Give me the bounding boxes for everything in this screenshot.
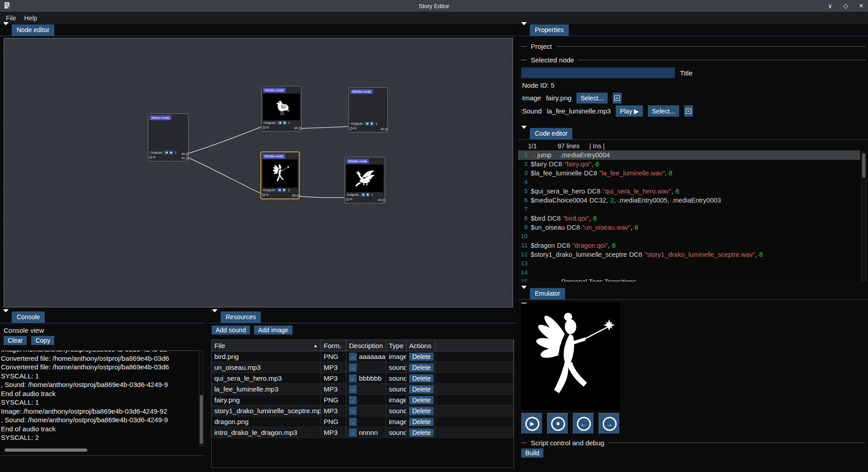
menu-node[interactable]: Menu node Outputs: ◀▶ 2 In #0 #1 [148, 113, 189, 161]
node-canvas[interactable]: Menu node Outputs: ◀▶ 2 In #0 #1 Media n… [4, 38, 513, 307]
code-line[interactable]: 3$la_fee_luminelle·DC8·"la_fee_luminelle… [518, 169, 860, 178]
column-header-file[interactable]: File ▲ [212, 340, 321, 351]
input-port[interactable] [263, 126, 265, 129]
collapse-icon[interactable] [212, 312, 218, 321]
column-header-type[interactable]: Type [386, 340, 406, 351]
media-node-fairy-selected[interactable]: Media node Outputs: ◀▶ 1 In #0 [260, 151, 300, 199]
output-port-0[interactable] [299, 127, 302, 130]
description-browse-button[interactable]: .. [349, 374, 357, 382]
image-clear-button[interactable]: × [613, 93, 622, 104]
code-line[interactable]: 13 [518, 259, 860, 268]
table-row[interactable]: intro_drako_le_dragon.mp3MP3..nnnnnsound… [212, 427, 514, 438]
code-scrollbar-thumb[interactable] [862, 153, 865, 178]
table-row[interactable]: dragon.pngPNG..imageDelete [212, 416, 514, 427]
build-button[interactable]: Build [521, 448, 543, 458]
outputs-decrement-button[interactable]: ◀ [361, 193, 365, 197]
description-browse-button[interactable]: .. [349, 429, 357, 437]
console-hscrollbar[interactable] [4, 448, 198, 452]
add-image-button[interactable]: Add image [254, 326, 292, 335]
tab-console[interactable]: Console [12, 312, 45, 323]
collapse-icon[interactable] [521, 289, 527, 297]
delete-button[interactable]: Delete [409, 374, 434, 382]
output-port-1[interactable] [186, 157, 189, 160]
tab-node-editor[interactable]: Node editor [12, 24, 54, 36]
outputs-increment-button[interactable]: ▶ [370, 122, 374, 126]
code-line[interactable]: 7 [518, 205, 860, 214]
table-row[interactable]: bird.pngPNG..aaaaaaaaaimageDelete [212, 351, 514, 362]
title-input[interactable] [521, 67, 675, 78]
output-port-0[interactable] [186, 153, 189, 156]
delete-button[interactable]: Delete [409, 363, 434, 372]
code-line[interactable]: 15··············Personal Tags Transition… [518, 277, 860, 282]
delete-button[interactable]: Delete [409, 418, 434, 426]
code-line[interactable]: 10 [518, 232, 860, 241]
code-line[interactable]: 6$mediaChoice0004·DC32,·2,·.mediaEntry00… [518, 196, 860, 205]
table-row[interactable]: un_oiseau.mp3MP3..soundDelete [212, 362, 514, 373]
console-log[interactable]: Image: /home/anthony/ostproj/ba869e4b-03… [1, 350, 198, 446]
outputs-increment-button[interactable]: ▶ [282, 188, 286, 192]
collapse-icon[interactable] [3, 25, 9, 33]
tab-resources[interactable]: Resources [221, 312, 261, 323]
minimize-icon[interactable]: ∨ [828, 2, 832, 9]
close-icon[interactable]: × [859, 1, 863, 10]
outputs-decrement-button[interactable]: ◀ [365, 122, 369, 126]
sound-play-button[interactable]: Play ▶ [616, 105, 643, 117]
column-header-actions[interactable]: Actions [406, 340, 435, 351]
table-row[interactable]: la_fee_luminelle.mp3MP3..soundDelete [212, 384, 514, 395]
code-line[interactable]: 11$dragon·DC8·"dragon.qoi",·8 [518, 241, 860, 250]
menu-file[interactable]: File [2, 13, 20, 23]
code-line[interactable]: 2$fairy·DC8·"fairy.qoi",·8 [518, 160, 860, 169]
media-node-bird[interactable]: Media node Outputs: ◀▶ 1 In #0 [261, 86, 302, 132]
table-row[interactable]: story1_drako_luminelle_sceptre.mp3MP3..s… [212, 406, 514, 416]
description-browse-button[interactable]: .. [349, 396, 357, 404]
collapse-icon[interactable] [521, 129, 527, 137]
description-browse-button[interactable]: .. [349, 363, 357, 372]
input-port[interactable] [262, 194, 265, 196]
input-port[interactable] [346, 198, 349, 201]
table-row[interactable]: qui_sera_le_hero.mp3MP3..bbbbbbsoundDele… [212, 373, 514, 384]
code-scrollbar[interactable] [861, 151, 866, 281]
outputs-increment-button[interactable]: ▶ [366, 193, 370, 197]
image-select-button[interactable]: Select... [576, 93, 608, 104]
outputs-decrement-button[interactable]: ◀ [277, 188, 281, 192]
collapse-icon[interactable] [521, 25, 527, 33]
code-line[interactable]: 1→jump····.mediaEntry0004 [518, 151, 860, 160]
input-port[interactable] [149, 156, 152, 159]
column-header-format[interactable]: Form. [321, 340, 346, 351]
column-header-description[interactable]: Description [346, 340, 386, 351]
emulator-step-forward-button[interactable]: → [599, 413, 620, 434]
delete-button[interactable]: Delete [409, 396, 434, 404]
table-row[interactable]: fairy.pngPNG..imageDelete [212, 395, 514, 406]
console-scrollbar[interactable] [199, 350, 204, 446]
outputs-decrement-button[interactable]: ◀ [278, 121, 282, 125]
delete-button[interactable]: Delete [409, 407, 434, 415]
media-node-dragon[interactable]: Media node Outputs: ◀▶ 1 In #0 [344, 157, 385, 203]
console-clear-button[interactable]: Clear [4, 336, 27, 345]
code-line[interactable]: 8$bird·DC8·"bird.qoi",·8 [518, 214, 860, 223]
tab-properties[interactable]: Properties [530, 24, 569, 36]
emulator-play-button[interactable]: ▶ [521, 413, 543, 434]
description-browse-button[interactable]: .. [349, 418, 357, 426]
description-browse-button[interactable]: .. [349, 385, 357, 393]
outputs-increment-button[interactable]: ▶ [283, 121, 287, 125]
outputs-increment-button[interactable]: ▶ [169, 151, 173, 155]
output-port-0[interactable] [382, 199, 385, 202]
delete-button[interactable]: Delete [409, 353, 434, 361]
collapse-icon[interactable] [3, 312, 9, 321]
maximize-icon[interactable]: ◇ [843, 2, 848, 9]
code-line[interactable]: 14 [518, 268, 860, 277]
description-browse-button[interactable]: .. [349, 353, 357, 361]
console-hscrollbar-thumb[interactable] [5, 448, 87, 452]
emulator-stop-button[interactable]: ■ [547, 413, 569, 434]
code-line[interactable]: 4 [518, 178, 860, 187]
output-port-0[interactable] [385, 128, 388, 131]
add-sound-button[interactable]: Add sound [212, 326, 250, 335]
tab-code-editor[interactable]: Code editor [530, 128, 572, 139]
code-line[interactable]: 9$un_oiseau·DC8·"un_oiseau.wav",·8 [518, 223, 860, 232]
output-port-0[interactable] [297, 194, 299, 197]
tab-emulator[interactable]: Emulator [530, 288, 565, 299]
console-copy-button[interactable]: Copy [31, 336, 54, 345]
console-scrollbar-thumb[interactable] [200, 395, 203, 444]
outputs-decrement-button[interactable]: ◀ [164, 151, 168, 155]
delete-button[interactable]: Delete [409, 385, 434, 393]
